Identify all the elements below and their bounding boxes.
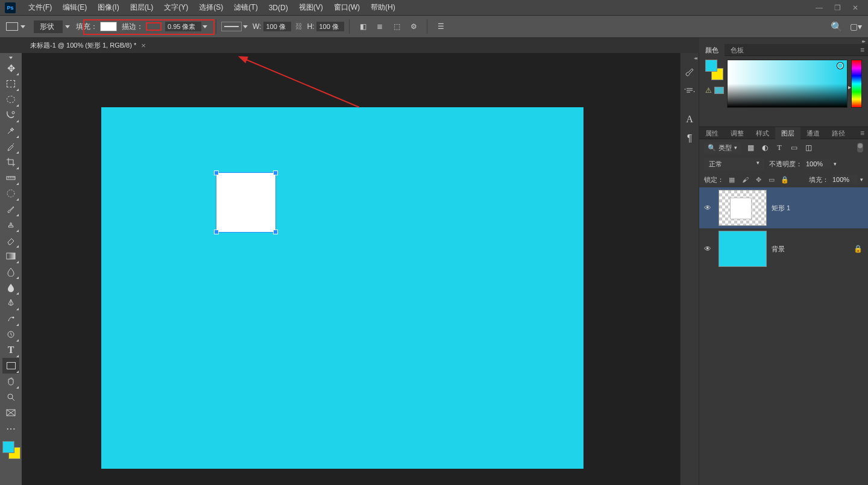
layer-row[interactable]: 👁 背景 🔒	[699, 228, 868, 269]
magic-wand-tool[interactable]	[2, 123, 19, 139]
gradient-tool[interactable]	[2, 248, 19, 264]
canvas-area[interactable]	[22, 53, 699, 485]
marquee-tool[interactable]	[2, 76, 19, 92]
quick-select-tool[interactable]	[2, 107, 19, 123]
filter-type-icon[interactable]: T	[775, 143, 784, 152]
pen-tool[interactable]	[2, 295, 19, 311]
current-tool-icon[interactable]	[6, 22, 18, 31]
handle-tr[interactable]	[273, 171, 278, 175]
more-tools-icon[interactable]: ⋯	[2, 421, 19, 436]
freeform-pen-tool[interactable]	[2, 311, 19, 327]
lock-position-icon[interactable]: ✥	[753, 174, 764, 185]
type-tool[interactable]: T	[2, 342, 19, 358]
gamut-sample-swatch[interactable]	[714, 87, 724, 94]
stroke-width-input[interactable]	[165, 22, 201, 31]
link-wh-icon[interactable]: ⛓	[294, 21, 304, 32]
filter-kind-select[interactable]: 🔍 类型 ▾	[704, 142, 741, 154]
visibility-icon[interactable]: 👁	[702, 204, 714, 212]
menu-image[interactable]: 图像(I)	[92, 2, 124, 13]
lock-all-icon[interactable]: 🔒	[779, 174, 790, 185]
stroke-type-select[interactable]	[221, 22, 242, 31]
menu-select[interactable]: 选择(S)	[193, 2, 228, 13]
toolbar-expand-icon[interactable]	[0, 55, 22, 60]
menu-type[interactable]: 文字(Y)	[159, 2, 193, 13]
color-picker-ring[interactable]	[837, 63, 843, 69]
maximize-icon[interactable]: ❐	[829, 2, 845, 13]
close-tab-icon[interactable]: ×	[141, 41, 146, 50]
layer-name[interactable]: 矩形 1	[772, 204, 863, 213]
filter-shape-icon[interactable]: ▭	[789, 143, 799, 152]
move-tool[interactable]: ✥	[2, 60, 19, 76]
panels-collapse-icon[interactable]	[699, 38, 868, 44]
menu-3d[interactable]: 3D(D)	[263, 4, 294, 12]
chevron-down-icon[interactable]: ▾	[834, 161, 837, 167]
filter-toggle[interactable]	[857, 143, 863, 152]
layer-thumbnail[interactable]: ▭	[719, 190, 767, 226]
dodge-tool[interactable]	[2, 280, 19, 295]
lasso-tool[interactable]	[2, 92, 19, 107]
menu-layer[interactable]: 图层(L)	[125, 2, 159, 13]
menu-view[interactable]: 视图(V)	[294, 2, 329, 13]
color-panel-menu-icon[interactable]: ≡	[860, 46, 864, 54]
rectangle-tool[interactable]	[2, 358, 19, 374]
menu-edit[interactable]: 编辑(E)	[57, 2, 92, 13]
lock-transparency-icon[interactable]: ▦	[726, 174, 737, 185]
width-input[interactable]	[263, 22, 291, 31]
layer-thumbnail[interactable]	[719, 231, 767, 267]
layer-row[interactable]: 👁 ▭ 矩形 1	[699, 187, 868, 228]
clone-stamp-tool[interactable]	[2, 217, 19, 233]
path-align-icon[interactable]: ≣	[373, 20, 386, 33]
align-edges-icon[interactable]: ☰	[434, 20, 447, 33]
handle-tl[interactable]	[214, 171, 219, 175]
fill-swatch[interactable]	[100, 22, 117, 31]
eraser-tool[interactable]	[2, 233, 19, 248]
document-tab[interactable]: 未标题-1 @ 100% (矩形 1, RGB/8) * ×	[24, 39, 152, 52]
menu-window[interactable]: 窗口(W)	[329, 2, 365, 13]
tab-channels[interactable]: 通道	[800, 127, 826, 139]
tab-adjustments[interactable]: 调整	[725, 127, 750, 139]
dock-collapse-icon[interactable]	[681, 55, 699, 61]
healing-tool[interactable]	[2, 186, 19, 201]
artboard[interactable]	[101, 107, 583, 469]
tab-properties[interactable]: 属性	[699, 127, 725, 139]
layer-name[interactable]: 背景	[772, 245, 849, 254]
crop-tool[interactable]	[2, 154, 19, 170]
tab-layers[interactable]: 图层	[775, 127, 800, 139]
visibility-icon[interactable]: 👁	[702, 245, 714, 253]
foreground-swatch[interactable]	[2, 441, 14, 453]
history-brush-tool[interactable]	[2, 327, 19, 342]
tab-paths[interactable]: 路径	[826, 127, 851, 139]
stroke-width-dropdown-icon[interactable]	[203, 25, 207, 28]
height-input[interactable]	[316, 22, 344, 31]
ruler-tool[interactable]	[2, 170, 19, 186]
path-arrange-icon[interactable]: ⬚	[390, 20, 403, 33]
filter-smart-icon[interactable]: ◫	[804, 143, 813, 152]
tab-styles[interactable]: 样式	[750, 127, 775, 139]
dock-brushes-icon[interactable]	[682, 64, 697, 78]
fill-opacity-input[interactable]	[831, 175, 858, 184]
hand-tool[interactable]	[2, 374, 19, 389]
path-operations-icon[interactable]: ◧	[356, 20, 370, 33]
menu-help[interactable]: 帮助(H)	[365, 2, 401, 13]
menu-filter[interactable]: 滤镜(T)	[228, 2, 263, 13]
blur-tool[interactable]	[2, 264, 19, 280]
hue-slider-arrow[interactable]: ▸	[848, 84, 851, 90]
dock-history-icon[interactable]	[682, 83, 697, 98]
color-swatches[interactable]	[1, 441, 20, 462]
workspace-icon[interactable]: ▢▾	[850, 22, 862, 31]
lock-icon[interactable]: 🔒	[854, 245, 863, 253]
gear-icon[interactable]: ⚙	[407, 20, 420, 33]
lock-image-icon[interactable]: 🖌	[740, 174, 750, 185]
tab-color[interactable]: 颜色	[699, 44, 725, 56]
handle-br[interactable]	[273, 230, 278, 234]
color-fg-swatch[interactable]	[705, 60, 717, 72]
zoom-tool[interactable]	[2, 389, 19, 405]
color-field[interactable]	[727, 60, 848, 108]
filter-pixel-icon[interactable]: ▦	[746, 143, 755, 152]
tool-mode-select[interactable]: 形状	[34, 20, 63, 33]
eyedropper-tool[interactable]	[2, 139, 19, 154]
layers-panel-menu-icon[interactable]: ≡	[860, 129, 864, 137]
lock-artboard-icon[interactable]: ▭	[766, 174, 777, 185]
shape-rectangle[interactable]	[216, 172, 276, 233]
menu-file[interactable]: 文件(F)	[23, 2, 57, 13]
